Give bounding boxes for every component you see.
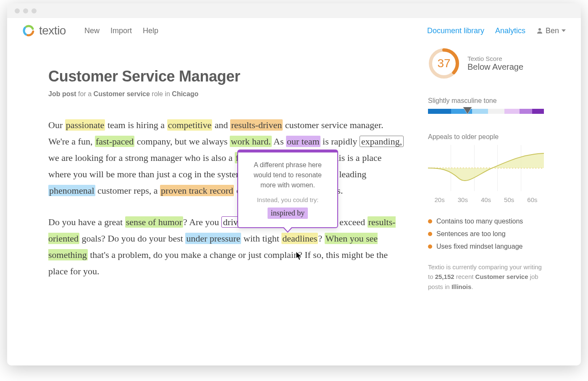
bullet-icon (428, 244, 432, 249)
comparison-note: Textio is currently comparing your writi… (428, 262, 544, 292)
nav-document-library[interactable]: Document library (427, 26, 484, 35)
hl-work-hard[interactable]: work hard. (230, 136, 271, 147)
score-label-big: Below Average (467, 62, 523, 72)
person-icon (536, 27, 543, 34)
hl-fast-paced[interactable]: fast-paced (95, 136, 134, 147)
brand-name: textio (39, 24, 66, 37)
issue-list: Contains too many questions Sentences ar… (428, 218, 544, 250)
window-dot (32, 8, 37, 13)
window-titlebar (7, 3, 581, 18)
nav-import[interactable]: Import (110, 26, 132, 35)
doc-body[interactable]: Our passionate team is hiring a competit… (48, 117, 405, 279)
score-block: 37 Textio Score Below Average (428, 47, 544, 79)
tooltip-subtext: Instead, you could try: (246, 196, 330, 203)
meta-location: Chicago (172, 90, 198, 97)
meta-role: Customer service (94, 90, 150, 97)
issue-item[interactable]: Contains too many questions (428, 218, 544, 225)
tone-marker-icon (463, 108, 472, 114)
bullet-icon (428, 232, 432, 236)
age-label: Appeals to older people (428, 133, 544, 141)
doc-title[interactable]: Customer Service Manager (48, 68, 418, 85)
window-dot (23, 8, 28, 13)
hl-deadlines[interactable]: deadlines (281, 233, 318, 244)
doc-meta: Job post for a Customer service role in … (48, 90, 418, 98)
svg-point-3 (538, 28, 541, 31)
bullet-icon (428, 219, 432, 223)
hl-sense-of-humor[interactable]: sense of humor (125, 216, 183, 228)
nav-new[interactable]: New (84, 26, 100, 35)
age-axis-labels: 20s 30s 40s 50s 60s (428, 196, 544, 203)
brand-logo[interactable]: textio (22, 24, 66, 37)
nav-analytics[interactable]: Analytics (495, 26, 525, 35)
tone-label: Slightly masculine tone (428, 97, 544, 105)
user-menu[interactable]: Ben (536, 26, 566, 35)
score-ring: 37 (428, 47, 460, 79)
suggestion-tooltip[interactable]: A different phrase here would tend to re… (237, 150, 338, 228)
tooltip-body: A different phrase here would tend to re… (246, 160, 330, 190)
paragraph-2[interactable]: Do you have a great sense of humor? Are … (48, 214, 405, 280)
chevron-down-icon (562, 29, 566, 32)
age-chart (428, 145, 544, 191)
content-area: Customer Service Manager Job post for a … (7, 42, 581, 365)
hl-proven-track[interactable]: proven track record (160, 185, 234, 196)
score-value: 37 (428, 47, 460, 79)
hl-results-driven[interactable]: results-driven (230, 119, 283, 131)
hl-phenomenal[interactable]: phenomenal (48, 185, 95, 196)
meta-jobpost: Job post (48, 90, 76, 97)
nav-help[interactable]: Help (143, 26, 158, 35)
app-window: textio New Import Help Document library … (7, 3, 581, 365)
paragraph-1[interactable]: Our passionate team is hiring a competit… (48, 117, 405, 199)
tooltip-suggestion[interactable]: inspired by (268, 208, 308, 219)
insights-sidebar: 37 Textio Score Below Average Slightly m… (418, 47, 544, 361)
issue-item[interactable]: Sentences are too long (428, 230, 544, 238)
score-label-small: Textio Score (467, 55, 523, 62)
window-dot (15, 8, 20, 13)
editor-pane[interactable]: Customer Service Manager Job post for a … (48, 68, 418, 361)
issue-item[interactable]: Uses fixed mindset language (428, 243, 544, 250)
hl-expanding[interactable]: expanding, (360, 136, 404, 147)
user-name: Ben (546, 26, 559, 35)
hl-competitive[interactable]: competitive (167, 119, 213, 131)
top-nav: textio New Import Help Document library … (7, 18, 581, 42)
tone-meter (428, 109, 544, 116)
hl-our-team[interactable]: our team (286, 136, 320, 147)
logo-icon (22, 24, 35, 37)
hl-under-pressure[interactable]: under pressure (185, 233, 241, 244)
hl-passionate[interactable]: passionate (65, 119, 105, 131)
